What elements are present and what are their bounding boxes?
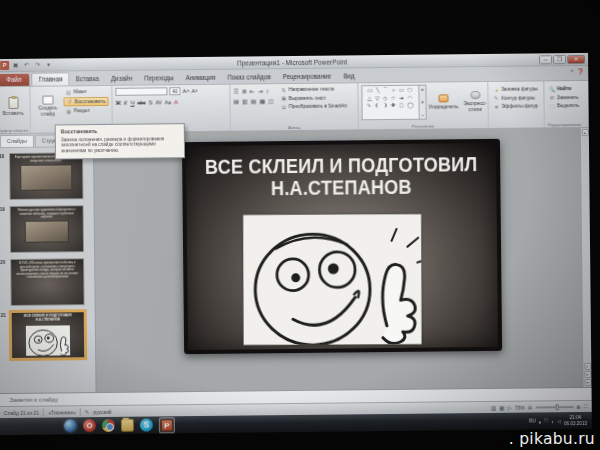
select-button[interactable]: ⬚ Выделить [547, 102, 581, 109]
italic-button[interactable]: К [124, 100, 128, 106]
tab-insert[interactable]: Вставка [70, 72, 106, 85]
font-size-box[interactable]: 40 [169, 87, 180, 95]
text-direction-button[interactable]: ⇅ Направление текста [279, 85, 349, 93]
grow-font-icon[interactable]: A˄ [183, 88, 190, 94]
shape-fill-button[interactable]: ◕ Заливка фигуры [491, 85, 540, 93]
thumbnail-slide-21[interactable]: 21 ВСЕ СКЛЕИЛ И ПОДГОТОВИЛН.А.СТЕПАНОВ [11, 311, 85, 359]
volume-icon[interactable]: ◁ [557, 418, 561, 424]
scroll-down-icon[interactable]: ▼ [584, 379, 591, 386]
indent-left-icon[interactable]: ⇤ [250, 87, 255, 94]
shape-outline-button[interactable]: ✎ Контур фигуры [491, 94, 540, 102]
language-tray-indicator[interactable]: RU [529, 418, 536, 423]
tab-file[interactable]: Файл [0, 73, 30, 86]
arrange-label: Упорядочить [429, 103, 459, 109]
tray-arrow-icon[interactable]: ▴ [539, 418, 542, 424]
replace-button[interactable]: ⇄ Заменить [547, 93, 581, 100]
clipboard-group-label: Буфер обмена [0, 127, 30, 132]
align-left-icon[interactable]: ▤ [233, 98, 239, 105]
tab-review[interactable]: Рецензирование [277, 70, 338, 83]
arrange-icon [438, 94, 448, 102]
tab-home[interactable]: Главная [32, 72, 70, 86]
zoom-in-icon[interactable]: ⊕ [576, 404, 581, 410]
zoom-out-icon[interactable]: ⊖ [528, 404, 533, 410]
close-button[interactable]: ✕ [567, 54, 585, 63]
maximize-button[interactable]: ❐ [553, 55, 566, 64]
font-name-box[interactable] [115, 87, 167, 96]
text-shadow-button[interactable]: S [148, 99, 152, 105]
previous-slide-icon[interactable]: ⇞ [584, 363, 591, 370]
normal-view-icon[interactable]: ▥ [491, 404, 496, 410]
network-icon[interactable]: ◖ [551, 418, 554, 424]
save-icon[interactable]: ▣ [11, 60, 20, 69]
thumbnail-slide-20[interactable]: 20 В XVII–XIX веках проявления небылиц в… [10, 258, 84, 306]
shapes-scroll-arrows[interactable]: ▲ ▼ ▿ [419, 85, 426, 120]
restore-button[interactable]: ↺ Восстановить [64, 96, 109, 105]
slideshow-view-icon[interactable]: ▷ [507, 404, 511, 410]
powerpoint-taskbar-button[interactable] [159, 417, 175, 433]
tab-slideshow[interactable]: Показ слайдов [221, 71, 276, 84]
char-spacing-button[interactable]: AV [155, 99, 161, 105]
vertical-scrollbar[interactable]: ▲ ⇞ ⇟ ▼ [580, 128, 592, 387]
align-right-icon[interactable]: ▤ [251, 97, 257, 104]
shape-effects-button[interactable]: ❖ Эффекты фигур [491, 102, 540, 110]
font-color-button[interactable]: A [174, 99, 178, 105]
thumbnail-slide-19[interactable]: 19 Многие русские художники обращались к… [10, 205, 84, 253]
tooltip-title: Восстановить [61, 127, 179, 134]
shapes-gallery[interactable]: ▭ ╲ ⌒ ○ ▭ ⬡ △ ▽ ◇ ☆ ➔ ◠ ∿ ❨ ❩ ✚ ◻ ◯ [361, 85, 419, 121]
tab-design[interactable]: Дизайн [105, 72, 138, 85]
language-indicator[interactable]: русский [93, 408, 111, 414]
columns-icon[interactable]: ◫ [268, 97, 274, 104]
indent-right-icon[interactable]: ⇥ [258, 87, 263, 94]
opera-taskbar-icon[interactable] [83, 419, 96, 432]
spellcheck-icon[interactable]: ✎ [85, 409, 90, 415]
slide-title-text[interactable]: ВСЕ СКЛЕИЛ И ПОДГОТОВИЛН.А.СТЕПАНОВ [197, 153, 486, 201]
bullets-icon[interactable]: ☰ [233, 88, 238, 95]
minimize-ribbon-icon[interactable]: ˄ [570, 68, 574, 75]
next-slide-icon[interactable]: ⇟ [584, 371, 591, 378]
slide-meme-image[interactable] [243, 214, 421, 345]
find-button[interactable]: 🔍 Найти [547, 85, 581, 92]
tab-transitions[interactable]: Переходы [138, 72, 180, 85]
zoom-slider[interactable] [535, 406, 573, 408]
shrink-font-icon[interactable]: A˅ [192, 88, 198, 94]
zoom-percent: 73% [515, 404, 525, 410]
sorter-view-icon[interactable]: ▦ [499, 404, 504, 410]
quick-styles-button[interactable]: Экспресс-стили [460, 84, 490, 119]
align-text-button[interactable]: ▣ Выровнять текст [279, 94, 349, 102]
fit-to-window-icon[interactable]: ⛶ [584, 403, 588, 410]
smartart-button[interactable]: ⧉ Преобразовать в SmartArt [279, 102, 349, 110]
bold-button[interactable]: Ж [115, 100, 121, 106]
tab-view[interactable]: Вид [337, 70, 361, 83]
shape-outline-label: Контур фигуры [501, 95, 535, 100]
section-button[interactable]: ▦ Раздел [64, 107, 109, 114]
quick-styles-icon [470, 91, 480, 99]
minimize-button[interactable]: ─ [539, 55, 552, 64]
redo-icon[interactable]: ↷ [33, 60, 42, 69]
chrome-taskbar-icon[interactable] [102, 419, 115, 432]
line-spacing-icon[interactable]: ↕ [266, 88, 269, 94]
paragraph-group-label: Абзац [231, 124, 358, 130]
action-center-icon[interactable]: ⛉ [544, 417, 548, 424]
skype-taskbar-icon[interactable] [140, 418, 153, 431]
change-case-button[interactable]: Aa [165, 99, 171, 105]
tab-animations[interactable]: Анимация [180, 71, 222, 84]
help-icon[interactable]: ❓ [577, 68, 585, 75]
layout-button[interactable]: ▤ Макет [64, 88, 109, 95]
justify-icon[interactable]: ▦ [259, 97, 265, 104]
scroll-up-icon[interactable]: ▲ [581, 129, 588, 136]
qat-dropdown-icon[interactable]: ▾ [44, 60, 53, 69]
paste-button[interactable]: Вставить [0, 89, 27, 124]
undo-icon[interactable]: ↶ [22, 60, 31, 69]
new-slide-button[interactable]: Создать слайд [34, 88, 62, 123]
numbering-icon[interactable]: ≣ [242, 87, 247, 94]
arrange-button[interactable]: Упорядочить [428, 84, 458, 119]
strikethrough-button[interactable]: abc [137, 100, 145, 106]
tray-clock[interactable]: 21:04 06.03.2013 [564, 415, 587, 427]
align-center-icon[interactable]: ▥ [242, 97, 248, 104]
slide-canvas[interactable]: ВСЕ СКЛЕИЛ И ПОДГОТОВИЛН.А.СТЕПАНОВ [94, 128, 592, 392]
current-slide[interactable]: ВСЕ СКЛЕИЛ И ПОДГОТОВИЛН.А.СТЕПАНОВ [182, 139, 502, 354]
pane-tab-slides[interactable]: Слайды [0, 135, 34, 147]
explorer-taskbar-icon[interactable] [121, 419, 134, 432]
start-button[interactable] [64, 419, 77, 432]
underline-button[interactable]: Ч [130, 100, 134, 106]
